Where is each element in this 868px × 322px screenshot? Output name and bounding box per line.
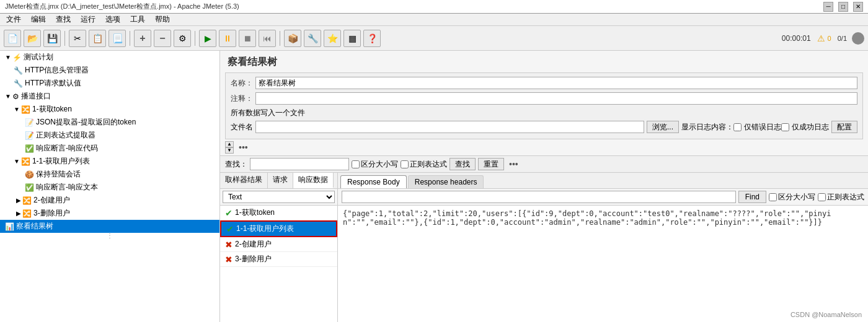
help-button[interactable]: ❓ [363, 30, 381, 47]
more-options-btn[interactable]: ••• [239, 142, 248, 152]
reset-button[interactable]: 重置 [478, 158, 504, 170]
template-button[interactable]: ⭐ [324, 30, 341, 47]
tree-label-get-users: 1-1-获取用户列表 [32, 156, 90, 167]
toolbar: 📄 📂 💾 ✂ 📋 📃 + − ⚙ ▶ ⏸ ⏹ ⏮ 📦 🔧 ⭐ ▦ ❓ 00:0… [0, 26, 868, 51]
tree-item-get-users[interactable]: ▼ 🔀 1-1-获取用户列表 [0, 155, 219, 168]
content-area: 取样器结果 请求 响应数据 Text HTML JSON XML Binary [220, 173, 868, 322]
result-item-delete-user[interactable]: ✖ 3-删除用户 [220, 252, 337, 267]
user-avatar-icon [852, 32, 864, 45]
settings-button[interactable]: ⚙ [174, 30, 191, 47]
tree-item-http-header[interactable]: 🔧 HTTP信息头管理器 [0, 64, 219, 77]
remove-button[interactable]: − [154, 30, 171, 47]
menu-options[interactable]: 选项 [102, 14, 124, 25]
toggle-test-plan[interactable]: ▼ [5, 54, 11, 61]
file-label: 文件名 [231, 122, 255, 133]
tab-request[interactable]: 请求 [268, 173, 293, 188]
toggle-get-token[interactable]: ▼ [14, 106, 20, 113]
panel-resize-handle[interactable]: ⋮ [0, 233, 219, 238]
result-item-create-user[interactable]: ✖ 2-创建用户 [220, 237, 337, 252]
search-row: 查找： 区分大小写 正则表达式 查找 重置 ••• [220, 156, 868, 173]
tab-sampler-result[interactable]: 取样器结果 [220, 173, 268, 188]
remote-button[interactable]: 📦 [284, 30, 301, 47]
tree-item-thread-group[interactable]: ▼ ⚙ 播道接口 [0, 90, 219, 103]
grid-button[interactable]: ▦ [343, 30, 361, 47]
tree-item-cookie-manager[interactable]: 🍪 保持登陆会话 [0, 168, 219, 181]
menu-find[interactable]: 查找 [52, 14, 74, 25]
tab-response-headers[interactable]: Response headers [408, 175, 484, 188]
minimize-button[interactable]: ─ [823, 2, 833, 12]
arrow-down[interactable]: ▼ [225, 147, 234, 154]
find-case-checkbox[interactable] [769, 193, 777, 201]
copy-button[interactable]: 📋 [89, 30, 106, 47]
watermark: CSDN @NoamaNelson [790, 311, 862, 318]
tree-item-get-token[interactable]: ▼ 🔀 1-获取token [0, 103, 219, 116]
result-label-get-token: 1-获取token [235, 207, 275, 218]
find-button[interactable]: 查找 [450, 158, 476, 170]
menu-run[interactable]: 运行 [77, 14, 99, 25]
function-button[interactable]: 🔧 [304, 30, 321, 47]
result-label-delete-user: 3-删除用户 [235, 254, 272, 264]
find-response-button[interactable]: Find [738, 191, 766, 203]
listener-icon: 📊 [5, 222, 14, 231]
open-button[interactable]: 📂 [24, 30, 41, 47]
tree-item-assertion-code[interactable]: ✅ 响应断言-响应代码 [0, 142, 219, 155]
search-more-btn[interactable]: ••• [509, 159, 518, 169]
save-button[interactable]: 💾 [43, 30, 61, 47]
menu-help[interactable]: 帮助 [151, 14, 174, 25]
arrow-up[interactable]: ▲ [225, 141, 234, 147]
pause-button[interactable]: ⏸ [219, 30, 236, 47]
menu-edit[interactable]: 编辑 [27, 14, 50, 25]
find-regex-checkbox[interactable] [818, 193, 826, 201]
response-tabs: Response Body Response headers [338, 173, 868, 189]
toggle-get-users[interactable]: ▼ [14, 158, 20, 165]
tree-panel: ▼ ⚡ 测试计划 🔧 HTTP信息头管理器 🔧 HTTP请求默认值 ▼ ⚙ 播道… [0, 51, 220, 322]
format-dropdown[interactable]: Text HTML JSON XML Binary [223, 191, 335, 203]
reset-button[interactable]: ⏮ [259, 30, 276, 47]
tree-item-regex-extractor[interactable]: 📝 正则表达式提取器 [0, 129, 219, 142]
tree-item-http-default[interactable]: 🔧 HTTP请求默认值 [0, 77, 219, 90]
tree-item-result-tree[interactable]: 📊 察看结果树 [0, 220, 219, 233]
tree-item-create-user[interactable]: ▶ 🔀 2-创建用户 [0, 194, 219, 207]
regex-checkbox[interactable] [401, 160, 409, 168]
browse-button[interactable]: 浏览... [647, 121, 679, 133]
tree-item-json-extractor[interactable]: 📝 JSON提取器-提取返回的token [0, 116, 219, 129]
toggle-delete-user[interactable]: ▶ [16, 210, 21, 217]
stop-button[interactable]: ⏹ [239, 30, 256, 47]
tab-response-body[interactable]: Response Body [340, 175, 407, 188]
new-button[interactable]: 📄 [4, 30, 21, 47]
timer-display: 00:00:01 [782, 34, 811, 43]
tree-label-delete-user: 3-删除用户 [33, 208, 70, 219]
tree-item-assertion-text[interactable]: ✅ 响应断言-响应文本 [0, 181, 219, 194]
case-checkbox[interactable] [352, 160, 360, 168]
cut-button[interactable]: ✂ [69, 30, 86, 47]
comment-input[interactable] [255, 92, 857, 105]
menu-file[interactable]: 文件 [2, 14, 25, 25]
tree-item-delete-user[interactable]: ▶ 🔀 3-删除用户 [0, 207, 219, 220]
name-input[interactable] [255, 77, 857, 89]
result-item-get-token[interactable]: ✔ 1-获取token [220, 206, 337, 220]
menu-tools[interactable]: 工具 [126, 14, 149, 25]
close-button[interactable]: ✕ [853, 2, 863, 12]
file-section-label: 所有数据写入一个文件 [231, 108, 857, 118]
file-input[interactable] [255, 121, 644, 133]
tree-label-http-default: HTTP请求默认值 [25, 78, 81, 89]
add-button[interactable]: + [134, 30, 151, 47]
tree-item-test-plan[interactable]: ▼ ⚡ 测试计划 [0, 51, 219, 64]
maximize-button[interactable]: □ [838, 2, 848, 12]
paste-button[interactable]: 📃 [108, 30, 126, 47]
run-button[interactable]: ▶ [199, 30, 216, 47]
result-item-get-users[interactable]: ✔ 1-1-获取用户列表 [220, 220, 337, 237]
tab-response-data[interactable]: 响应数据 [293, 173, 334, 188]
toggle-thread[interactable]: ▼ [5, 93, 11, 100]
toolbar-sep-4 [280, 31, 280, 46]
search-label: 查找： [225, 159, 247, 170]
find-input[interactable] [342, 191, 736, 203]
search-input[interactable] [250, 158, 349, 170]
config-button[interactable]: 配置 [831, 121, 857, 133]
success-log-checkbox[interactable] [781, 123, 789, 131]
error-log-checkbox[interactable] [733, 123, 742, 131]
right-panel: 察看结果树 名称： 注释： 所有数据写入一个文件 文件名 浏览... 显示日志内… [220, 51, 868, 322]
sampler-icon-4: 🔀 [22, 209, 32, 218]
status-err-icon-1: ✖ [225, 240, 232, 250]
toggle-create-user[interactable]: ▶ [16, 197, 21, 204]
